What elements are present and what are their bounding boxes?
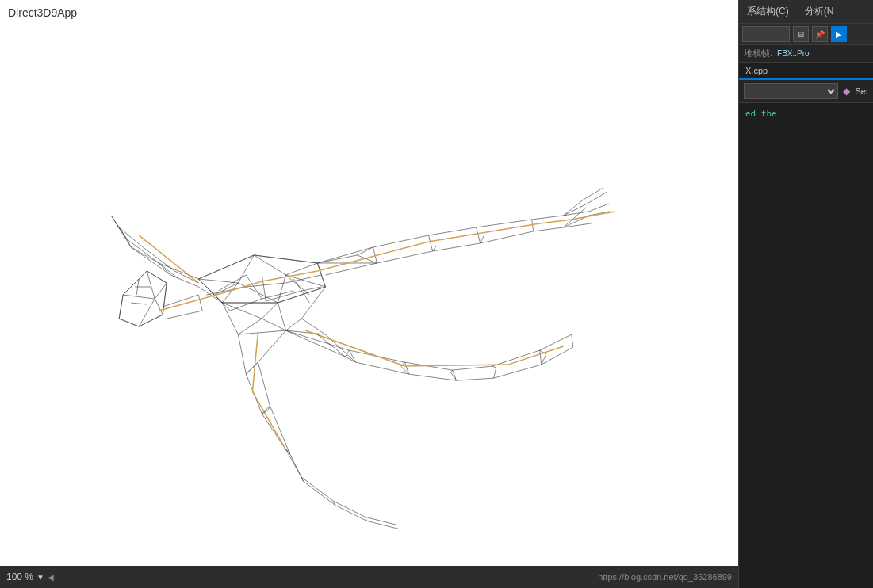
svg-line-148: [159, 263, 178, 279]
svg-line-87: [355, 362, 408, 374]
svg-marker-0: [119, 271, 167, 326]
svg-line-65: [433, 243, 481, 251]
svg-line-26: [238, 255, 254, 283]
svg-line-66: [481, 231, 534, 243]
svg-line-63: [325, 263, 377, 275]
svg-line-9: [123, 295, 155, 299]
svg-line-36: [222, 303, 238, 334]
svg-line-113: [333, 501, 365, 517]
zoom-control[interactable]: 100 % ▼ ◀: [6, 571, 54, 582]
callstack-row: 堆栈帧: FBX::Pro: [739, 45, 873, 63]
svg-line-104: [258, 362, 270, 406]
svg-line-79: [584, 188, 603, 200]
svg-line-141: [508, 346, 564, 365]
svg-line-126: [230, 299, 262, 311]
svg-line-41: [301, 319, 325, 334]
toolbar-pin-button[interactable]: 📌: [812, 26, 828, 42]
status-url: https://blog.csdn.net/qq_36286899: [598, 572, 732, 582]
svg-line-33: [285, 275, 325, 287]
svg-line-94: [492, 350, 540, 366]
svg-line-71: [477, 227, 481, 243]
svg-line-13: [131, 303, 147, 304]
zoom-dropdown-icon[interactable]: ▼: [36, 573, 44, 582]
svg-line-38: [238, 330, 285, 334]
svg-line-166: [246, 370, 250, 374]
wireframe-svg: [0, 0, 738, 566]
svg-line-8: [155, 299, 163, 315]
svg-line-92: [453, 366, 492, 370]
zoom-value: 100 %: [6, 571, 33, 582]
svg-line-16: [167, 311, 202, 319]
set-row: ◆ Set: [739, 80, 873, 103]
svg-line-88: [409, 374, 457, 380]
ide-toolbar: ⊟ 📌 ▶: [739, 24, 873, 45]
svg-line-110: [289, 453, 303, 481]
svg-line-153: [481, 235, 484, 243]
zoom-left-arrow[interactable]: ◀: [48, 573, 54, 582]
toolbar-filter-button[interactable]: ⊟: [793, 26, 809, 42]
svg-line-137: [540, 220, 572, 223]
callstack-label: 堆栈帧:: [744, 48, 772, 59]
svg-line-162: [494, 368, 496, 378]
svg-line-32: [254, 255, 285, 275]
svg-line-163: [492, 366, 496, 368]
set-diamond-icon: ◆: [843, 86, 850, 97]
svg-line-161: [451, 370, 453, 372]
svg-line-30: [285, 263, 317, 275]
svg-line-48: [127, 239, 159, 263]
svg-line-60: [429, 227, 477, 235]
svg-line-133: [222, 281, 262, 293]
svg-line-138: [572, 212, 615, 220]
svg-line-72: [532, 220, 534, 231]
svg-line-17: [198, 295, 202, 311]
svg-line-43: [238, 319, 262, 334]
svg-line-112: [303, 481, 335, 505]
svg-line-147: [119, 227, 143, 247]
svg-line-86: [325, 334, 355, 362]
svg-line-44: [262, 319, 285, 330]
svg-line-142: [252, 333, 258, 391]
svg-line-57: [115, 222, 127, 239]
ide-menubar: 系结构(C) 分析(N: [739, 0, 873, 24]
svg-line-59: [373, 235, 429, 247]
svg-line-55: [111, 216, 115, 222]
svg-line-114: [335, 505, 366, 521]
svg-marker-18: [198, 255, 325, 303]
menu-structure[interactable]: 系结构(C): [744, 3, 792, 20]
svg-line-46: [262, 303, 278, 319]
svg-line-156: [317, 334, 345, 357]
svg-line-99: [572, 334, 573, 347]
viewport-statusbar: 100 % ▼ ◀ https://blog.csdn.net/qq_36286…: [0, 566, 738, 588]
svg-line-20: [254, 255, 317, 263]
svg-line-100: [238, 334, 246, 374]
viewport: Direct3D9App: [0, 0, 738, 588]
viewport-canvas[interactable]: [0, 0, 738, 566]
svg-line-135: [317, 242, 428, 271]
svg-line-129: [262, 275, 266, 301]
toolbar-search-input[interactable]: [742, 26, 790, 42]
svg-line-111: [301, 477, 333, 501]
main-area: Direct3D9App: [0, 0, 873, 588]
code-text-green: ed the: [745, 109, 777, 119]
svg-line-70: [429, 235, 433, 251]
svg-line-45: [222, 303, 262, 319]
toolbar-run-button[interactable]: ▶: [831, 26, 847, 42]
svg-line-6: [119, 295, 123, 319]
svg-line-56: [131, 247, 159, 263]
code-line-1: ed the: [745, 108, 867, 121]
svg-line-81: [589, 204, 609, 212]
svg-line-52: [131, 247, 170, 275]
svg-line-143: [252, 391, 285, 449]
svg-line-31: [278, 275, 285, 303]
svg-line-132: [159, 293, 222, 311]
svg-line-58: [317, 247, 373, 263]
svg-line-130: [266, 291, 301, 301]
code-area: ed the: [739, 103, 873, 588]
svg-line-29: [198, 279, 238, 283]
svg-line-116: [366, 521, 398, 529]
file-tab[interactable]: X.cpp: [739, 63, 873, 80]
svg-line-22: [278, 287, 325, 303]
svg-line-5: [119, 319, 139, 326]
menu-analysis[interactable]: 分析(N: [802, 3, 837, 20]
set-dropdown[interactable]: [744, 83, 838, 99]
